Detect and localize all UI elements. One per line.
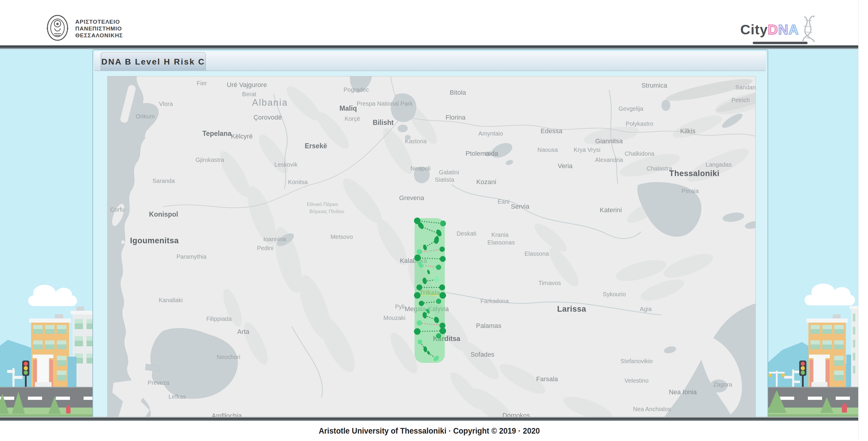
data-point[interactable] [436, 265, 441, 270]
citydna-city-text: City [740, 21, 768, 38]
building-orange-left-chimney [55, 314, 63, 318]
data-point[interactable] [417, 320, 422, 326]
data-point[interactable] [439, 284, 445, 290]
citydna-d-letter: D [768, 21, 778, 38]
citydna-n-letter: N [778, 21, 788, 38]
data-link [420, 249, 441, 252]
footer-copyright-text: Aristotle University of Thessaloniki · C… [318, 426, 540, 436]
tab-label: DNA B Level H Risk C [101, 57, 205, 67]
data-link [421, 265, 438, 267]
dna-helix-icon [800, 15, 818, 44]
traffic-light-right-pole [802, 375, 804, 387]
page: ΑΡΙΣΤΟΤΕΛΕΙΟ ΠΑΝΕΠΙΣΤΗΜΙΟ ΘΕΣΣΑΛΟΝΙΚΗΣ C… [0, 0, 868, 441]
data-point[interactable] [416, 284, 422, 290]
auth-line-3: ΘΕΣΣΑΛΟΝΙΚΗΣ [75, 32, 123, 38]
data-point[interactable] [440, 256, 446, 262]
data-point[interactable] [439, 292, 446, 299]
traffic-light-left-pole [25, 375, 27, 387]
data-link [420, 323, 442, 325]
data-point[interactable] [439, 328, 446, 334]
data-point[interactable] [414, 255, 421, 261]
citydna-logo[interactable]: CityDNA [740, 21, 799, 38]
building-orange-right-door [813, 357, 825, 382]
cloud-right-2 [811, 283, 835, 301]
tree-icon [820, 397, 833, 413]
auth-line-1: ΑΡΙΣΤΟΤΕΛΕΙΟ [75, 19, 123, 25]
tree-icon [12, 392, 25, 414]
data-point[interactable] [434, 276, 439, 282]
auth-logo[interactable]: ΑΡΙΣΤΟΤΕΛΕΙΟ ΠΑΝΕΠΙΣΤΗΜΙΟ ΘΕΣΣΑΛΟΝΙΚΗΣ [44, 14, 123, 43]
data-point[interactable] [414, 292, 421, 299]
traffic-light-left [22, 361, 29, 376]
data-point[interactable] [417, 339, 422, 344]
cloud-left-3 [55, 288, 72, 301]
data-point[interactable] [440, 220, 446, 227]
tower-blue-left [68, 357, 76, 387]
tree-icon [767, 390, 786, 413]
building-white-left-chimney [76, 307, 84, 311]
building-orange-right-roof [806, 318, 848, 323]
building-orange-right-chimney [833, 314, 840, 318]
signpost-right [792, 369, 794, 387]
tree-icon [48, 397, 61, 414]
traffic-light-right [799, 361, 806, 376]
lamp-bulb-left [768, 374, 772, 377]
data-point[interactable] [417, 249, 422, 255]
data-links-layer [107, 76, 755, 418]
data-point[interactable] [419, 301, 424, 306]
tab-dna-b-level-h-risk-c[interactable]: DNA B Level H Risk C [101, 53, 206, 71]
fire-hydrant-right [842, 405, 847, 413]
auth-emblem-icon [44, 14, 71, 43]
header-divider [0, 45, 859, 49]
tree-icon [0, 394, 9, 414]
tab-bar: DNA B Level H Risk C [94, 52, 766, 71]
data-point[interactable] [436, 299, 441, 304]
data-point[interactable] [436, 333, 441, 339]
cloud-right-3 [833, 287, 850, 301]
building-orange-left-door [37, 357, 49, 382]
data-point[interactable] [439, 246, 445, 252]
scrollbar-track[interactable] [858, 0, 868, 441]
citydna-a-letter: A [788, 21, 799, 38]
header: ΑΡΙΣΤΟΤΕΛΕΙΟ ΠΑΝΕΠΙΣΤΗΜΙΟ ΘΕΣΣΑΛΟΝΙΚΗΣ C… [0, 0, 868, 45]
data-link [418, 331, 442, 332]
map[interactable]: FierUrë VajguroreBeratAlbaniaÇorovodëVlo… [107, 76, 756, 418]
data-link [422, 302, 438, 303]
fire-hydrant-left [66, 407, 70, 413]
data-point[interactable] [414, 328, 421, 335]
data-link [418, 258, 442, 259]
auth-logo-text: ΑΡΙΣΤΟΤΕΛΕΙΟ ΠΑΝΕΠΙΣΤΗΜΙΟ ΘΕΣΣΑΛΟΝΙΚΗΣ [75, 19, 123, 38]
auth-line-2: ΠΑΝΕΠΙΣΤΗΜΙΟ [75, 26, 123, 32]
content-panel: DNA B Level H Risk C [92, 49, 768, 418]
footer-divider [0, 417, 859, 421]
cloud-left-2 [33, 285, 56, 301]
footer: Aristotle University of Thessaloniki · C… [0, 421, 859, 441]
building-orange-left-roof [29, 318, 71, 323]
